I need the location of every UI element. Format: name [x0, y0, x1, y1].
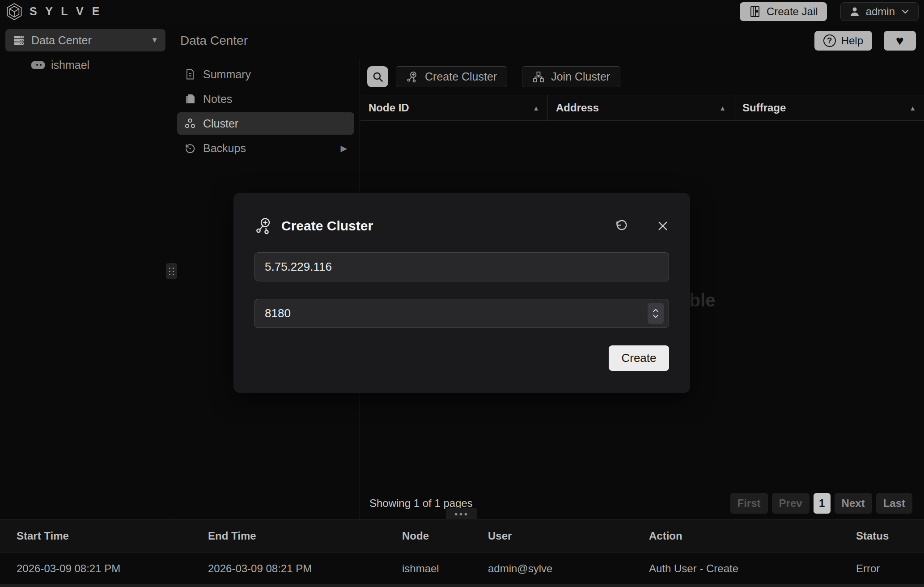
- help-button[interactable]: ? Help: [814, 31, 872, 51]
- nav-item-label: Summary: [203, 68, 251, 81]
- datacenter-selector[interactable]: Data Center ▼: [5, 29, 165, 51]
- create-jail-button[interactable]: Create Jail: [740, 2, 827, 21]
- number-stepper[interactable]: [648, 303, 664, 324]
- audit-col-end-time: End Time: [208, 530, 402, 542]
- sort-asc-icon: ▲: [719, 104, 726, 112]
- next-page-button[interactable]: Next: [835, 493, 872, 514]
- column-header-node-id[interactable]: Node ID ▲: [360, 95, 547, 120]
- nav-item-notes[interactable]: Notes: [177, 88, 354, 110]
- column-label: Suffrage: [742, 102, 786, 114]
- jail-icon: [749, 5, 761, 18]
- first-page-button[interactable]: First: [730, 493, 768, 514]
- left-sidebar: Data Center ▼ ishmael: [0, 24, 171, 519]
- hierarchy-icon: [532, 71, 545, 83]
- column-header-suffrage[interactable]: Suffrage ▲: [734, 95, 924, 120]
- horizontal-splitter-handle[interactable]: ●●●: [446, 508, 477, 519]
- create-cluster-modal: Create Cluster Create: [233, 193, 690, 393]
- nav-item-label: Notes: [203, 93, 232, 106]
- brand-name: S Y L V E: [30, 5, 102, 18]
- brand-logo: S Y L V E: [5, 3, 102, 21]
- notes-icon: [184, 93, 196, 105]
- join-cluster-button[interactable]: Join Cluster: [522, 66, 620, 87]
- top-bar: S Y L V E Create Jail admin: [0, 0, 924, 23]
- audit-cell-node: ishmael: [402, 562, 488, 575]
- prev-page-button[interactable]: Prev: [772, 493, 810, 514]
- question-mark-icon: ?: [823, 34, 836, 47]
- audit-table-header: Start Time End Time Node User Action Sta…: [0, 519, 924, 553]
- datacenter-selector-label: Data Center: [31, 34, 92, 47]
- caret-down-icon: ▼: [151, 36, 158, 45]
- current-page-button[interactable]: 1: [814, 493, 831, 514]
- close-icon[interactable]: [657, 220, 669, 232]
- create-cluster-button[interactable]: Create Cluster: [396, 66, 507, 87]
- audit-col-status: Status: [856, 530, 924, 542]
- vertical-splitter-handle[interactable]: [166, 263, 177, 279]
- cluster-toolbar: Create Cluster Join Cluster: [367, 66, 620, 87]
- page-title: Data Center: [180, 34, 248, 48]
- nav-item-label: Cluster: [203, 117, 238, 130]
- page-header: Data Center ? Help ♥: [172, 24, 924, 58]
- user-menu-button[interactable]: admin: [840, 2, 919, 21]
- sort-asc-icon: ▲: [533, 104, 539, 112]
- server-stack-icon: [13, 34, 25, 47]
- search-icon: [372, 71, 384, 83]
- node-label: ishmael: [51, 59, 89, 72]
- audit-col-action: Action: [649, 530, 856, 542]
- ellipsis-icon: ●●●: [454, 510, 469, 517]
- chevron-down-icon: [900, 7, 910, 17]
- search-button[interactable]: [367, 66, 388, 87]
- audit-col-start-time: Start Time: [17, 530, 208, 542]
- pager-buttons: First Prev 1 Next Last: [730, 493, 912, 514]
- modal-header: Create Cluster: [254, 214, 669, 238]
- audit-cell-action: Auth User - Create: [649, 562, 856, 575]
- audit-cell-user: admin@sylve: [488, 562, 649, 575]
- nav-item-cluster[interactable]: Cluster: [177, 112, 354, 135]
- reset-button[interactable]: [615, 219, 628, 233]
- cluster-add-icon: [406, 71, 419, 83]
- column-label: Address: [556, 102, 599, 114]
- audit-cell-start-time: 2026-03-09 08:21 PM: [17, 562, 208, 575]
- pagination-row: Showing 1 of 1 pages First Prev 1 Next L…: [360, 488, 924, 519]
- nav-item-label: Backups: [203, 142, 246, 155]
- backup-history-icon: [184, 142, 196, 154]
- audit-cell-end-time: 2026-03-09 08:21 PM: [208, 562, 402, 575]
- cluster-table-header: Node ID ▲ Address ▲ Suffrage ▲: [360, 95, 924, 121]
- cube-logo-icon: [5, 3, 23, 21]
- create-jail-label: Create Jail: [767, 5, 818, 18]
- audit-col-user: User: [488, 530, 649, 542]
- audit-col-node: Node: [402, 530, 488, 542]
- bottom-scroll-strip[interactable]: [0, 584, 924, 587]
- favorite-button[interactable]: ♥: [884, 31, 916, 51]
- user-icon: [849, 6, 860, 17]
- nav-item-backups[interactable]: Backups ▶: [177, 137, 354, 159]
- help-label: Help: [841, 34, 863, 47]
- audit-cell-status: Error: [856, 562, 924, 575]
- sidebar-item-ishmael[interactable]: ishmael: [0, 59, 171, 72]
- grip-dots-icon: [169, 268, 174, 275]
- node-server-icon: [31, 61, 45, 69]
- sort-asc-icon: ▲: [909, 104, 916, 112]
- cluster-add-icon: [254, 217, 273, 235]
- cluster-port-field: [254, 299, 669, 328]
- audit-table-row[interactable]: 2026-03-09 08:21 PM 2026-03-09 08:21 PM …: [0, 553, 924, 584]
- create-cluster-label: Create Cluster: [425, 70, 497, 83]
- heart-icon: ♥: [896, 33, 904, 48]
- join-cluster-label: Join Cluster: [551, 70, 610, 83]
- document-icon: [184, 68, 196, 80]
- modal-title: Create Cluster: [281, 218, 373, 234]
- cluster-port-input[interactable]: [254, 299, 669, 328]
- header-actions: ? Help ♥: [814, 31, 916, 51]
- last-page-button[interactable]: Last: [876, 493, 912, 514]
- column-label: Node ID: [369, 102, 409, 114]
- cluster-hexagons-icon: [184, 118, 196, 129]
- cluster-ip-input[interactable]: [254, 252, 669, 281]
- modal-create-button[interactable]: Create: [609, 345, 669, 371]
- nav-item-summary[interactable]: Summary: [177, 63, 354, 85]
- user-label: admin: [866, 5, 895, 18]
- column-header-address[interactable]: Address ▲: [547, 95, 734, 120]
- expand-right-icon: ▶: [340, 143, 347, 153]
- audit-log-panel: Start Time End Time Node User Action Sta…: [0, 519, 924, 587]
